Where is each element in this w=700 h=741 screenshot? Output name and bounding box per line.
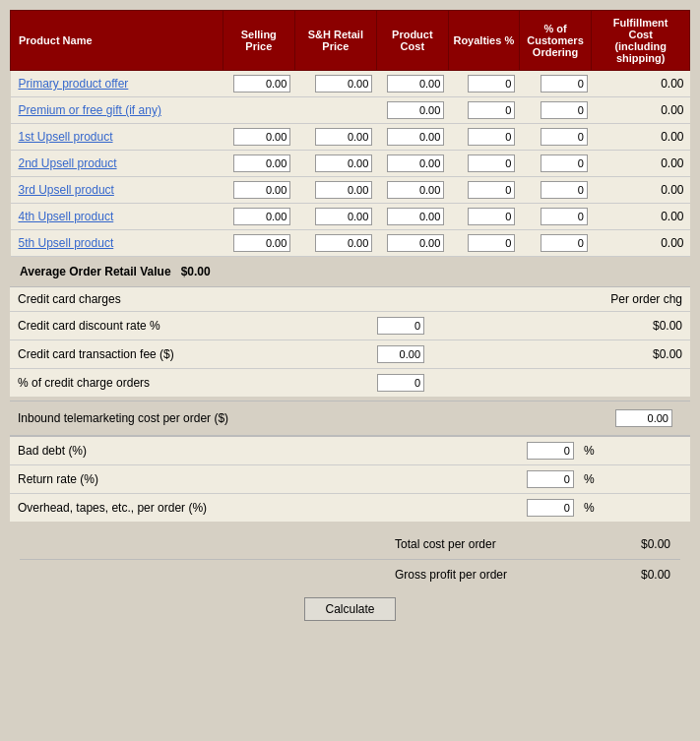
- return-rate-label: Return rate (%): [10, 465, 246, 494]
- product-label[interactable]: 4th Upsell product: [11, 204, 223, 230]
- gross-profit-value: $0.00: [592, 568, 670, 582]
- bad-debt-row: Bad debt (%) %: [10, 437, 690, 465]
- selling-price-input[interactable]: [233, 181, 290, 199]
- product-link[interactable]: 3rd Upsell product: [19, 183, 114, 197]
- col-royalties: Royalties %: [448, 11, 519, 71]
- product-label[interactable]: 2nd Upsell product: [11, 151, 223, 177]
- gross-profit-label: Gross profit per order: [395, 568, 592, 582]
- product-label[interactable]: Premium or free gift (if any): [11, 97, 223, 124]
- bad-debt-suffix: %: [582, 437, 690, 465]
- pct-customers-input[interactable]: [541, 75, 588, 93]
- cc-discount-label: Credit card discount rate %: [10, 312, 246, 340]
- main-container: Product Name SellingPrice S&H RetailPric…: [10, 10, 690, 631]
- product-row: 2nd Upsell product0.00: [11, 151, 690, 177]
- product-row: 3rd Upsell product0.00: [11, 177, 690, 204]
- product-link[interactable]: 1st Upsell product: [19, 130, 113, 144]
- product-label[interactable]: 3rd Upsell product: [11, 177, 223, 204]
- calculate-button[interactable]: Calculate: [304, 597, 395, 621]
- avg-order-row: Average Order Retail Value $0.00: [10, 257, 690, 286]
- product-row: 1st Upsell product0.00: [11, 124, 690, 151]
- product-cost-input[interactable]: [387, 181, 444, 199]
- cc-discount-row: Credit card discount rate % $0.00: [10, 312, 690, 340]
- pct-customers-input[interactable]: [541, 101, 588, 119]
- product-row: Premium or free gift (if any)0.00: [11, 97, 690, 124]
- col-sh-retail: S&H RetailPrice: [294, 11, 376, 71]
- totals-section: Total cost per order $0.00 Gross profit …: [10, 522, 690, 587]
- fulfillment-value: 0.00: [592, 177, 690, 204]
- return-rate-suffix: %: [582, 465, 690, 494]
- royalties-input[interactable]: [468, 75, 515, 93]
- selling-price-input[interactable]: [233, 154, 290, 172]
- cc-transaction-per-order: $0.00: [432, 340, 690, 369]
- pct-customers-input[interactable]: [541, 208, 588, 225]
- overhead-input[interactable]: [527, 499, 574, 517]
- col-product-name: Product Name: [11, 11, 223, 71]
- pct-customers-input[interactable]: [541, 154, 588, 172]
- selling-price-input[interactable]: [233, 234, 290, 252]
- total-cost-value: $0.00: [592, 537, 670, 551]
- sh-price-input[interactable]: [315, 234, 372, 252]
- royalties-input[interactable]: [468, 101, 515, 119]
- product-link[interactable]: 2nd Upsell product: [19, 156, 117, 170]
- pct-customers-input[interactable]: [541, 181, 588, 199]
- product-cost-input[interactable]: [387, 154, 444, 172]
- product-cost-input[interactable]: [387, 75, 444, 93]
- overhead-row: Overhead, tapes, etc., per order (%) %: [10, 494, 690, 523]
- sh-price-input[interactable]: [315, 208, 372, 225]
- selling-price-input[interactable]: [233, 75, 290, 93]
- sh-price-input[interactable]: [315, 181, 372, 199]
- product-label[interactable]: 1st Upsell product: [11, 124, 223, 151]
- product-link[interactable]: Primary product offer: [19, 77, 129, 91]
- product-row: Primary product offer0.00: [11, 71, 690, 97]
- royalties-input[interactable]: [468, 181, 515, 199]
- fulfillment-value: 0.00: [592, 71, 690, 97]
- cc-header-label: Credit card charges: [10, 287, 246, 312]
- cc-transaction-row: Credit card transaction fee ($) $0.00: [10, 340, 690, 369]
- product-link[interactable]: 4th Upsell product: [19, 210, 114, 223]
- per-order-header: Per order chg: [432, 287, 690, 312]
- cc-pct-input[interactable]: [377, 374, 424, 392]
- sh-price-input[interactable]: [315, 154, 372, 172]
- fulfillment-value: 0.00: [592, 124, 690, 151]
- product-cost-input[interactable]: [387, 208, 444, 225]
- inbound-input[interactable]: [615, 409, 672, 427]
- col-selling-price: SellingPrice: [223, 11, 294, 71]
- sh-price-input[interactable]: [315, 75, 372, 93]
- cc-transaction-input[interactable]: [377, 345, 424, 363]
- fulfillment-value: 0.00: [592, 151, 690, 177]
- royalties-input[interactable]: [468, 128, 515, 146]
- pct-customers-input[interactable]: [541, 234, 588, 252]
- gross-profit-row: Gross profit per order $0.00: [20, 562, 680, 587]
- product-cost-input[interactable]: [387, 128, 444, 146]
- inbound-label: Inbound telemarketing cost per order ($): [18, 411, 615, 425]
- inbound-row: Inbound telemarketing cost per order ($): [10, 401, 690, 436]
- fulfillment-value: 0.00: [592, 97, 690, 124]
- selling-price-input[interactable]: [233, 128, 290, 146]
- overhead-suffix: %: [582, 494, 690, 523]
- royalties-input[interactable]: [468, 234, 515, 252]
- total-cost-label: Total cost per order: [395, 537, 592, 551]
- return-rate-input[interactable]: [527, 470, 574, 488]
- product-cost-input[interactable]: [387, 234, 444, 252]
- royalties-input[interactable]: [468, 154, 515, 172]
- cc-pct-label: % of credit charge orders: [10, 369, 246, 398]
- royalties-input[interactable]: [468, 208, 515, 225]
- sh-price-input[interactable]: [315, 128, 372, 146]
- avg-order-label: Average Order Retail Value: [20, 265, 171, 278]
- selling-price-input[interactable]: [233, 208, 290, 225]
- total-cost-row: Total cost per order $0.00: [20, 531, 680, 557]
- return-rate-row: Return rate (%) %: [10, 465, 690, 494]
- cc-discount-input[interactable]: [377, 317, 424, 335]
- product-cost-input[interactable]: [387, 101, 444, 119]
- overhead-label: Overhead, tapes, etc., per order (%): [10, 494, 246, 523]
- col-fulfillment: FulfillmentCost(includingshipping): [592, 11, 690, 71]
- product-table: Product Name SellingPrice S&H RetailPric…: [10, 10, 690, 257]
- pct-customers-input[interactable]: [541, 128, 588, 146]
- product-link[interactable]: 5th Upsell product: [19, 236, 114, 250]
- product-label[interactable]: Primary product offer: [11, 71, 223, 97]
- product-row: 5th Upsell product0.00: [11, 230, 690, 257]
- col-product-cost: ProductCost: [376, 11, 448, 71]
- product-label[interactable]: 5th Upsell product: [11, 230, 223, 257]
- product-link[interactable]: Premium or free gift (if any): [19, 103, 161, 117]
- bad-debt-input[interactable]: [527, 442, 574, 460]
